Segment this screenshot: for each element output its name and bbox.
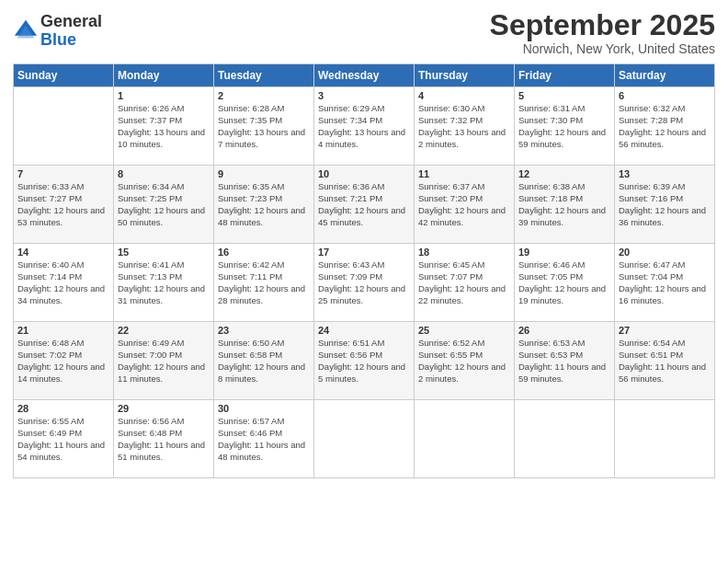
day-info: Sunrise: 6:38 AM Sunset: 7:18 PM Dayligh…: [518, 181, 610, 228]
cell-0-2: 2Sunrise: 6:28 AM Sunset: 7:35 PM Daylig…: [214, 87, 314, 166]
cell-2-1: 15Sunrise: 6:41 AM Sunset: 7:13 PM Dayli…: [114, 244, 214, 322]
day-number: 22: [118, 325, 210, 336]
cell-4-1: 29Sunrise: 6:56 AM Sunset: 6:48 PM Dayli…: [114, 400, 214, 478]
day-info: Sunrise: 6:42 AM Sunset: 7:11 PM Dayligh…: [218, 259, 310, 306]
week-row-0: 1Sunrise: 6:26 AM Sunset: 7:37 PM Daylig…: [14, 87, 715, 166]
cell-3-5: 26Sunrise: 6:53 AM Sunset: 6:53 PM Dayli…: [515, 322, 615, 400]
logo: General Blue: [13, 13, 102, 50]
day-number: 28: [17, 403, 109, 414]
cell-2-4: 18Sunrise: 6:45 AM Sunset: 7:07 PM Dayli…: [415, 244, 515, 322]
cell-2-5: 19Sunrise: 6:46 AM Sunset: 7:05 PM Dayli…: [515, 244, 615, 322]
cell-1-3: 10Sunrise: 6:36 AM Sunset: 7:21 PM Dayli…: [314, 166, 415, 244]
cell-0-1: 1Sunrise: 6:26 AM Sunset: 7:37 PM Daylig…: [114, 87, 214, 166]
day-info: Sunrise: 6:40 AM Sunset: 7:14 PM Dayligh…: [17, 259, 109, 306]
cell-0-0: [14, 87, 114, 166]
day-number: 29: [118, 403, 210, 414]
day-info: Sunrise: 6:48 AM Sunset: 7:02 PM Dayligh…: [17, 338, 109, 385]
calendar-table: Sunday Monday Tuesday Wednesday Thursday…: [13, 63, 715, 478]
day-info: Sunrise: 6:29 AM Sunset: 7:34 PM Dayligh…: [318, 103, 410, 150]
location: Norwich, New York, United States: [490, 41, 715, 56]
header-row: Sunday Monday Tuesday Wednesday Thursday…: [14, 64, 715, 87]
day-info: Sunrise: 6:39 AM Sunset: 7:16 PM Dayligh…: [619, 181, 711, 228]
day-number: 26: [518, 325, 610, 336]
day-number: 19: [518, 247, 610, 258]
day-info: Sunrise: 6:34 AM Sunset: 7:25 PM Dayligh…: [118, 181, 210, 228]
cell-1-6: 13Sunrise: 6:39 AM Sunset: 7:16 PM Dayli…: [615, 166, 715, 244]
day-info: Sunrise: 6:45 AM Sunset: 7:07 PM Dayligh…: [418, 259, 510, 306]
day-number: 2: [218, 90, 310, 101]
col-monday: Monday: [114, 64, 214, 87]
cell-1-1: 8Sunrise: 6:34 AM Sunset: 7:25 PM Daylig…: [114, 166, 214, 244]
cell-2-3: 17Sunrise: 6:43 AM Sunset: 7:09 PM Dayli…: [314, 244, 415, 322]
cell-3-0: 21Sunrise: 6:48 AM Sunset: 7:02 PM Dayli…: [14, 322, 114, 400]
week-row-2: 14Sunrise: 6:40 AM Sunset: 7:14 PM Dayli…: [14, 244, 715, 322]
cell-2-0: 14Sunrise: 6:40 AM Sunset: 7:14 PM Dayli…: [14, 244, 114, 322]
day-number: 16: [218, 247, 310, 258]
day-info: Sunrise: 6:26 AM Sunset: 7:37 PM Dayligh…: [118, 103, 210, 150]
cell-3-2: 23Sunrise: 6:50 AM Sunset: 6:58 PM Dayli…: [214, 322, 314, 400]
col-wednesday: Wednesday: [314, 64, 415, 87]
cell-0-4: 4Sunrise: 6:30 AM Sunset: 7:32 PM Daylig…: [415, 87, 515, 166]
day-info: Sunrise: 6:53 AM Sunset: 6:53 PM Dayligh…: [518, 338, 610, 385]
day-info: Sunrise: 6:37 AM Sunset: 7:20 PM Dayligh…: [418, 181, 510, 228]
cell-0-3: 3Sunrise: 6:29 AM Sunset: 7:34 PM Daylig…: [314, 87, 415, 166]
day-info: Sunrise: 6:54 AM Sunset: 6:51 PM Dayligh…: [619, 338, 711, 385]
day-info: Sunrise: 6:36 AM Sunset: 7:21 PM Dayligh…: [318, 181, 410, 228]
day-number: 25: [418, 325, 510, 336]
week-row-3: 21Sunrise: 6:48 AM Sunset: 7:02 PM Dayli…: [14, 322, 715, 400]
day-info: Sunrise: 6:55 AM Sunset: 6:49 PM Dayligh…: [17, 416, 109, 463]
day-info: Sunrise: 6:46 AM Sunset: 7:05 PM Dayligh…: [518, 259, 610, 306]
cell-3-3: 24Sunrise: 6:51 AM Sunset: 6:56 PM Dayli…: [314, 322, 415, 400]
cell-1-4: 11Sunrise: 6:37 AM Sunset: 7:20 PM Dayli…: [415, 166, 515, 244]
logo-text: General Blue: [40, 13, 102, 50]
day-number: 23: [218, 325, 310, 336]
day-number: 17: [318, 247, 410, 258]
day-number: 15: [118, 247, 210, 258]
week-row-4: 28Sunrise: 6:55 AM Sunset: 6:49 PM Dayli…: [14, 400, 715, 478]
day-number: 5: [518, 90, 610, 101]
logo-blue: Blue: [40, 31, 102, 50]
col-thursday: Thursday: [415, 64, 515, 87]
day-number: 14: [17, 247, 109, 258]
day-info: Sunrise: 6:31 AM Sunset: 7:30 PM Dayligh…: [518, 103, 610, 150]
logo-general: General: [40, 13, 102, 31]
day-number: 27: [619, 325, 711, 336]
day-info: Sunrise: 6:47 AM Sunset: 7:04 PM Dayligh…: [619, 259, 711, 306]
day-number: 3: [318, 90, 410, 101]
day-info: Sunrise: 6:50 AM Sunset: 6:58 PM Dayligh…: [218, 338, 310, 385]
day-info: Sunrise: 6:52 AM Sunset: 6:55 PM Dayligh…: [418, 338, 510, 385]
cell-4-0: 28Sunrise: 6:55 AM Sunset: 6:49 PM Dayli…: [14, 400, 114, 478]
day-info: Sunrise: 6:41 AM Sunset: 7:13 PM Dayligh…: [118, 259, 210, 306]
cell-0-6: 6Sunrise: 6:32 AM Sunset: 7:28 PM Daylig…: [615, 87, 715, 166]
title-block: September 2025 Norwich, New York, United…: [490, 9, 715, 56]
cell-4-6: [615, 400, 715, 478]
day-number: 10: [318, 168, 410, 179]
day-number: 24: [318, 325, 410, 336]
week-row-1: 7Sunrise: 6:33 AM Sunset: 7:27 PM Daylig…: [14, 166, 715, 244]
day-info: Sunrise: 6:28 AM Sunset: 7:35 PM Dayligh…: [218, 103, 310, 150]
logo-icon: [13, 18, 39, 44]
calendar-container: General Blue September 2025 Norwich, New…: [0, 0, 728, 563]
day-info: Sunrise: 6:33 AM Sunset: 7:27 PM Dayligh…: [17, 181, 109, 228]
day-number: 18: [418, 247, 510, 258]
col-sunday: Sunday: [14, 64, 114, 87]
day-number: 21: [17, 325, 109, 336]
month-title: September 2025: [490, 9, 715, 41]
day-info: Sunrise: 6:32 AM Sunset: 7:28 PM Dayligh…: [619, 103, 711, 150]
cell-0-5: 5Sunrise: 6:31 AM Sunset: 7:30 PM Daylig…: [515, 87, 615, 166]
day-number: 30: [218, 403, 310, 414]
day-info: Sunrise: 6:57 AM Sunset: 6:46 PM Dayligh…: [218, 416, 310, 463]
day-info: Sunrise: 6:35 AM Sunset: 7:23 PM Dayligh…: [218, 181, 310, 228]
day-number: 13: [619, 168, 711, 179]
header: General Blue September 2025 Norwich, New…: [13, 9, 715, 56]
calendar-body: 1Sunrise: 6:26 AM Sunset: 7:37 PM Daylig…: [14, 87, 715, 478]
cell-4-4: [415, 400, 515, 478]
cell-3-4: 25Sunrise: 6:52 AM Sunset: 6:55 PM Dayli…: [415, 322, 515, 400]
col-tuesday: Tuesday: [214, 64, 314, 87]
cell-1-5: 12Sunrise: 6:38 AM Sunset: 7:18 PM Dayli…: [515, 166, 615, 244]
day-info: Sunrise: 6:51 AM Sunset: 6:56 PM Dayligh…: [318, 338, 410, 385]
cell-2-6: 20Sunrise: 6:47 AM Sunset: 7:04 PM Dayli…: [615, 244, 715, 322]
day-number: 12: [518, 168, 610, 179]
day-number: 6: [619, 90, 711, 101]
day-number: 11: [418, 168, 510, 179]
